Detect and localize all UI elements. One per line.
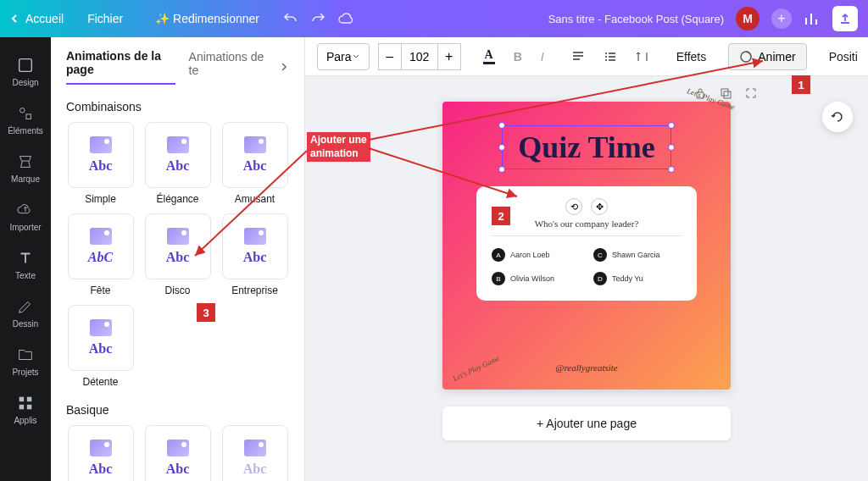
undo-fab[interactable]	[822, 102, 853, 132]
undo-icon[interactable]	[283, 11, 298, 26]
svg-rect-4	[27, 397, 32, 402]
nav-text[interactable]: Texte	[0, 240, 51, 289]
cloud-sync-icon[interactable]	[337, 11, 354, 26]
home-label: Accueil	[25, 12, 64, 25]
step-2: 2	[492, 207, 510, 225]
tile-elegance[interactable]: AbcÉlégance	[143, 122, 212, 205]
topbar-history-icons	[283, 11, 354, 26]
svg-rect-13	[724, 91, 731, 98]
option-c[interactable]: CShawn Garcia	[593, 248, 682, 262]
animations-panel: Animations de la page Animations de te C…	[51, 37, 305, 481]
option-b[interactable]: BOlivia Wilson	[492, 272, 580, 285]
tile-detente[interactable]: AbcDétente	[66, 305, 135, 388]
resize-menu[interactable]: ✨ Redimensionner	[147, 8, 268, 29]
upload-icon	[838, 12, 852, 25]
chevron-left-icon	[10, 14, 20, 24]
svg-point-8	[605, 56, 607, 58]
expand-icon[interactable]	[744, 86, 758, 100]
analytics-icon[interactable]	[804, 10, 821, 27]
animate-button[interactable]: Animer	[728, 43, 806, 70]
quiz-title-selection[interactable]: Quiz Time	[502, 125, 671, 169]
svg-rect-12	[721, 89, 728, 96]
tile-simple[interactable]: AbcSimple	[66, 122, 135, 205]
text-color-button[interactable]: A	[478, 45, 500, 68]
font-size-minus[interactable]: –	[378, 43, 402, 70]
add-page-button[interactable]: + Ajouter une page	[442, 406, 731, 440]
svg-point-9	[605, 59, 607, 61]
tile-basic-2[interactable]: Abc	[143, 425, 212, 481]
tile-fete[interactable]: AbCFête	[66, 213, 135, 296]
tile-entreprise[interactable]: AbcEntreprise	[220, 213, 289, 296]
position-button[interactable]: Positi	[824, 47, 863, 67]
left-nav: Design Éléments Marque Importer Texte De…	[0, 37, 51, 481]
reload-control-icon[interactable]: ⟲	[565, 198, 582, 215]
nav-design[interactable]: Design	[0, 47, 51, 96]
quiz-title-text[interactable]: Quiz Time	[518, 130, 655, 165]
bold-button[interactable]: B	[509, 47, 527, 67]
nav-upload[interactable]: Importer	[0, 192, 51, 240]
list-button[interactable]	[598, 47, 622, 67]
svg-rect-0	[19, 59, 32, 72]
move-control-icon[interactable]: ✥	[591, 198, 608, 215]
tile-amusant[interactable]: AbcAmusant	[220, 122, 289, 205]
font-size-input[interactable]	[402, 43, 437, 70]
file-menu[interactable]: Fichier	[79, 8, 131, 29]
option-a[interactable]: AAaron Loeb	[492, 248, 580, 262]
panel-tabs: Animations de la page Animations de te	[51, 37, 304, 85]
section-basic: Basique	[51, 388, 304, 425]
topbar: Accueil Fichier ✨ Redimensionner Sans ti…	[0, 0, 868, 37]
step-1: 1	[792, 75, 810, 94]
effects-button[interactable]: Effets	[671, 47, 712, 67]
tile-disco[interactable]: AbcDisco	[143, 213, 212, 296]
animate-icon	[739, 50, 753, 64]
align-button[interactable]	[566, 47, 590, 67]
font-size-stepper: – +	[378, 43, 461, 70]
topbar-left: Accueil Fichier ✨ Redimensionner	[10, 8, 268, 29]
svg-point-7	[605, 53, 607, 54]
home-link[interactable]: Accueil	[10, 12, 64, 25]
nav-apps[interactable]: Applis	[0, 385, 51, 434]
topbar-right: Sans titre - Facebook Post (Square) M +	[548, 6, 858, 31]
invite-button[interactable]: +	[771, 8, 792, 29]
quiz-card[interactable]: ⟲ ✥ Who's our company leader? AAaron Loe…	[476, 186, 697, 301]
design-page[interactable]: Let's Play Game Quiz Time ⟲ ✥ Who's our …	[442, 102, 731, 390]
tab-page-animations[interactable]: Animations de la page	[66, 49, 175, 85]
quiz-question: Who's our company leader?	[535, 218, 639, 229]
svg-rect-3	[19, 397, 25, 402]
spacing-button[interactable]	[631, 47, 654, 67]
tile-basic-3[interactable]: Abc	[220, 425, 289, 481]
nav-projects[interactable]: Projets	[0, 337, 51, 385]
italic-button[interactable]: I	[536, 47, 549, 67]
nav-draw[interactable]: Dessin	[0, 289, 51, 337]
nav-elements[interactable]: Éléments	[0, 96, 51, 144]
svg-point-1	[20, 108, 25, 113]
doc-title[interactable]: Sans titre - Facebook Post (Square)	[548, 13, 724, 25]
svg-rect-6	[27, 405, 32, 410]
redo-icon[interactable]	[310, 11, 326, 26]
font-size-plus[interactable]: +	[437, 43, 461, 70]
social-handle: @reallygreatsite	[555, 362, 617, 373]
nav-brand[interactable]: Marque	[0, 144, 51, 192]
curved-text-bottom: Let's Play Game	[452, 354, 501, 383]
chevron-right-icon[interactable]	[279, 61, 289, 73]
avatar[interactable]: M	[736, 7, 760, 30]
rotate-icon	[830, 109, 845, 124]
canvas-area: Para – + A B I Effets Animer Positi	[305, 37, 868, 481]
tile-basic-1[interactable]: Abc	[66, 425, 135, 481]
section-combos: Combinaisons	[51, 85, 304, 122]
svg-rect-2	[26, 114, 31, 119]
tab-text-animations[interactable]: Animations de te	[189, 50, 265, 84]
svg-rect-5	[19, 405, 25, 410]
font-select[interactable]: Para	[317, 43, 370, 70]
text-toolbar: Para – + A B I Effets Animer Positi	[305, 37, 868, 76]
share-button[interactable]	[832, 6, 858, 31]
option-d[interactable]: DTeddy Yu	[593, 272, 682, 285]
callout-add-animation: Ajouter uneanimation	[307, 132, 370, 162]
step-3: 3	[197, 303, 215, 322]
